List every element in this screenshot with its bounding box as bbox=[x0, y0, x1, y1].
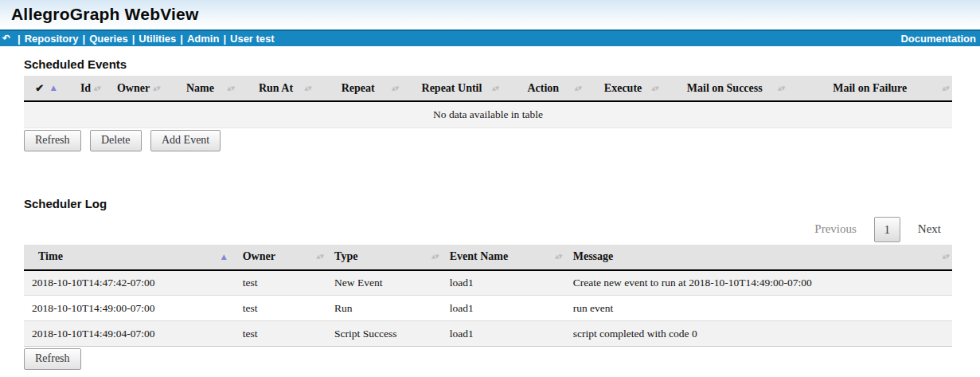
nav-item-repository[interactable]: Repository bbox=[25, 33, 79, 45]
pagination: Previous 1 Next bbox=[24, 217, 952, 242]
nav-separator: | bbox=[128, 33, 139, 45]
column-header-run-at[interactable]: Run At▲▼ bbox=[237, 76, 314, 101]
column-header-repeat[interactable]: Repeat▲▼ bbox=[314, 76, 402, 101]
column-header-owner[interactable]: Owner▲▼ bbox=[235, 245, 326, 270]
sort-both-icon: ▲▼ bbox=[942, 253, 949, 260]
column-header-event-name[interactable]: Event Name▲▼ bbox=[442, 245, 565, 270]
sort-both-icon: ▲▼ bbox=[304, 85, 311, 92]
column-header-mail-on-failure[interactable]: Mail on Failure▲▼ bbox=[788, 76, 952, 101]
app-header: AllegroGraph WebView bbox=[0, 0, 980, 29]
nav-item-user-test[interactable]: User test bbox=[230, 33, 275, 45]
cell-message: Create new event to run at 2018-10-10T14… bbox=[565, 270, 952, 296]
scheduled-events-heading: Scheduled Events bbox=[24, 57, 952, 71]
column-header-owner[interactable]: Owner▲▼ bbox=[103, 76, 163, 101]
pagination-previous[interactable]: Previous bbox=[814, 222, 857, 236]
column-header-id[interactable]: Id▲▼ bbox=[68, 76, 103, 101]
sort-both-icon: ▲▼ bbox=[651, 85, 658, 92]
nav-separator: | bbox=[219, 33, 230, 45]
cell-owner: test bbox=[235, 296, 326, 321]
sort-both-icon: ▲▼ bbox=[392, 85, 399, 92]
table-row: 2018-10-10T14:49:00-07:00 test Run load1… bbox=[24, 296, 952, 321]
pagination-next[interactable]: Next bbox=[918, 222, 941, 236]
cell-time: 2018-10-10T14:47:42-07:00 bbox=[24, 270, 235, 296]
column-header-message[interactable]: Message▲▼ bbox=[565, 245, 952, 270]
scheduler-log-header-row: Time▲ Owner▲▼ Type▲▼ Event Name▲▼ Messag… bbox=[24, 245, 952, 270]
sort-both-icon: ▲▼ bbox=[153, 85, 160, 92]
cell-type: Script Success bbox=[326, 321, 442, 347]
cell-time: 2018-10-10T14:49:00-07:00 bbox=[24, 296, 235, 321]
table-row: 2018-10-10T14:49:04-07:00 test Script Su… bbox=[24, 321, 952, 347]
cell-event-name: load1 bbox=[442, 270, 565, 296]
cell-owner: test bbox=[235, 321, 326, 347]
back-arrow-icon[interactable]: ↶ bbox=[0, 33, 14, 45]
empty-table-message: No data available in table bbox=[24, 101, 952, 128]
nav-separator: | bbox=[14, 33, 25, 45]
empty-table-row: No data available in table bbox=[24, 101, 952, 128]
nav-item-documentation[interactable]: Documentation bbox=[900, 33, 980, 45]
nav-item-admin[interactable]: Admin bbox=[187, 33, 219, 45]
cell-type: Run bbox=[326, 296, 442, 321]
refresh-button[interactable]: Refresh bbox=[24, 130, 81, 151]
refresh-button[interactable]: Refresh bbox=[24, 348, 81, 370]
cell-time: 2018-10-10T14:49:04-07:00 bbox=[24, 321, 235, 347]
cell-message: script completed with code 0 bbox=[565, 321, 952, 347]
column-header-repeat-until[interactable]: Repeat Until▲▼ bbox=[402, 76, 502, 101]
column-header-action[interactable]: Action▲▼ bbox=[502, 76, 584, 101]
sort-asc-icon: ▲ bbox=[221, 253, 227, 261]
scheduler-log-heading: Scheduler Log bbox=[24, 197, 952, 210]
cell-event-name: load1 bbox=[442, 321, 565, 347]
page-title: AllegroGraph WebView bbox=[0, 0, 980, 24]
sort-both-icon: ▲▼ bbox=[778, 85, 785, 92]
delete-button[interactable]: Delete bbox=[90, 130, 142, 151]
sort-both-icon: ▲▼ bbox=[316, 253, 323, 260]
sort-both-icon: ▲▼ bbox=[227, 85, 234, 92]
column-header-mail-on-success[interactable]: Mail on Success▲▼ bbox=[662, 76, 788, 101]
column-header-time[interactable]: Time▲ bbox=[24, 245, 235, 270]
column-header-name[interactable]: Name▲▼ bbox=[163, 76, 237, 101]
cell-owner: test bbox=[235, 270, 326, 296]
nav-separator: | bbox=[79, 33, 90, 45]
sort-both-icon: ▲▼ bbox=[431, 253, 439, 260]
pagination-page-1[interactable]: 1 bbox=[874, 217, 900, 242]
scheduled-events-table: ✔ ▲ Id▲▼ Owner▲▼ Name▲▼ Run At▲▼ Repeat▲… bbox=[24, 76, 952, 128]
main-nav: ↶ | Repository | Queries | Utilities | A… bbox=[0, 29, 980, 46]
add-event-button[interactable]: Add Event bbox=[150, 130, 221, 151]
sort-asc-icon: ▲ bbox=[51, 84, 57, 92]
nav-item-utilities[interactable]: Utilities bbox=[139, 33, 176, 45]
cell-message: run event bbox=[565, 296, 952, 321]
sort-both-icon: ▲▼ bbox=[93, 85, 100, 92]
sort-both-icon: ▲▼ bbox=[574, 85, 581, 92]
cell-event-name: load1 bbox=[442, 296, 565, 321]
scheduled-events-header-row: ✔ ▲ Id▲▼ Owner▲▼ Name▲▼ Run At▲▼ Repeat▲… bbox=[24, 76, 952, 101]
scheduler-log-table: Time▲ Owner▲▼ Type▲▼ Event Name▲▼ Messag… bbox=[24, 245, 952, 348]
nav-item-queries[interactable]: Queries bbox=[89, 33, 127, 45]
column-header-type[interactable]: Type▲▼ bbox=[326, 245, 442, 270]
column-header-select[interactable]: ✔ ▲ bbox=[24, 76, 68, 101]
nav-separator: | bbox=[176, 33, 187, 45]
sort-both-icon: ▲▼ bbox=[555, 253, 562, 260]
check-icon: ✔ bbox=[35, 82, 44, 94]
cell-type: New Event bbox=[326, 270, 442, 296]
table-row: 2018-10-10T14:47:42-07:00 test New Event… bbox=[24, 270, 952, 296]
sort-both-icon: ▲▼ bbox=[942, 85, 949, 92]
column-header-execute[interactable]: Execute▲▼ bbox=[584, 76, 662, 101]
sort-both-icon: ▲▼ bbox=[492, 85, 499, 92]
